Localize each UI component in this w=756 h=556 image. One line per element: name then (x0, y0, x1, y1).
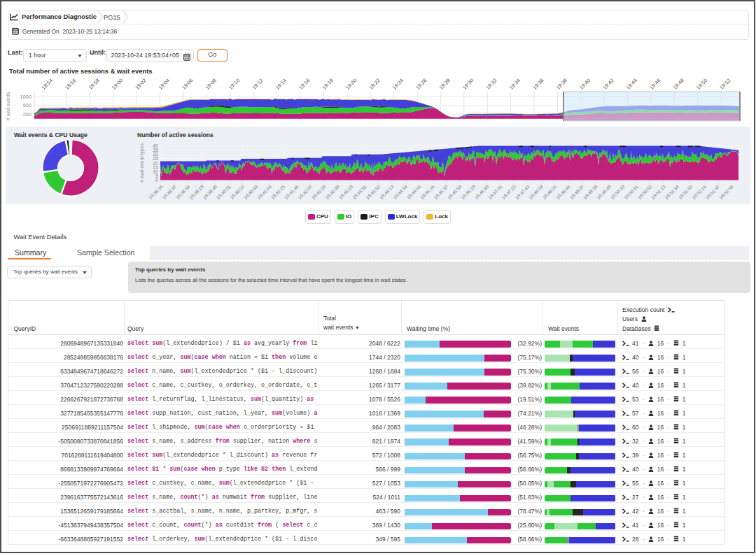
svg-text:# wait event types: # wait event types (139, 143, 145, 183)
svg-text:35: 35 (153, 148, 158, 152)
svg-text:10: 10 (153, 169, 158, 174)
svg-text:5: 5 (155, 173, 158, 178)
svg-text:30: 30 (153, 152, 158, 157)
svg-text:0: 0 (155, 178, 158, 183)
svg-text:25: 25 (153, 156, 158, 161)
svg-text:40: 40 (153, 143, 158, 148)
svg-text:20: 20 (153, 161, 158, 166)
svg-text:19:52:58: 19:52:58 (718, 184, 734, 200)
svg-text:15: 15 (153, 165, 158, 170)
